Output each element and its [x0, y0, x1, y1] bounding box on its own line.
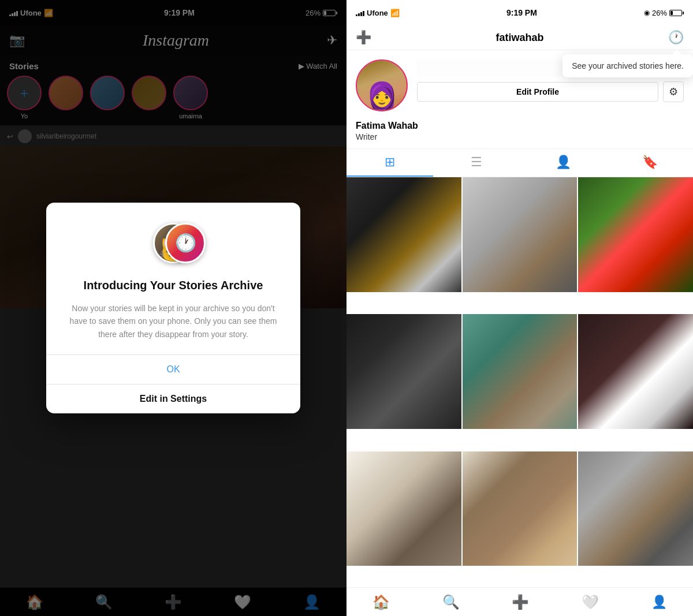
add-follow-button[interactable]: ➕: [356, 30, 371, 45]
profile-username: fatiwahab: [495, 32, 543, 44]
modal-ok-button[interactable]: OK: [46, 355, 300, 384]
archive-button[interactable]: 🕐: [668, 30, 684, 45]
battery-body-right: [669, 10, 682, 16]
modal-settings-button[interactable]: Edit in Settings: [46, 384, 300, 413]
photo-cell-3[interactable]: [578, 177, 693, 292]
gear-icon: ⚙: [669, 85, 678, 98]
list-icon: ☰: [471, 155, 482, 170]
modal-icons: 🐱 🕐: [64, 220, 283, 266]
modal-title: Introducing Your Stories Archive: [64, 278, 283, 293]
right-nav-search[interactable]: 🔍: [442, 594, 460, 610]
rbar2: [358, 13, 360, 16]
right-battery: ◉ 26%: [644, 9, 684, 17]
rbar3: [360, 12, 362, 16]
bookmark-icon: 🔖: [642, 155, 658, 170]
grid-icon: ⊞: [385, 155, 395, 170]
photo-cell-7[interactable]: [346, 451, 461, 566]
right-nav-heart[interactable]: 🤍: [582, 594, 599, 610]
right-battery-percent: 26%: [652, 9, 667, 17]
right-bottom-nav: 🏠 🔍 ➕ 🤍 👤: [346, 587, 693, 616]
location-icon: ◉: [644, 9, 650, 17]
archive-clock-icon: 🕐: [175, 233, 196, 253]
tooltip-arrow: [672, 50, 681, 54]
photo-cell-8[interactable]: [463, 451, 578, 566]
photo-cell-6[interactable]: [578, 314, 693, 429]
profile-face-emoji: 🧕: [362, 83, 402, 110]
profile-avatar: 🧕: [356, 59, 408, 111]
profile-name-section: Fatima Wahab Writer: [346, 121, 693, 148]
battery-icon-right: [669, 10, 684, 16]
battery-cap-right: [683, 12, 684, 14]
edit-settings-row: Edit Profile ⚙: [417, 81, 684, 102]
right-carrier: Ufone 📶: [356, 9, 400, 17]
settings-button[interactable]: ⚙: [663, 81, 684, 102]
signal-bars-right: [356, 9, 364, 16]
wifi-icon-right: 📶: [390, 9, 400, 17]
right-nav-add[interactable]: ➕: [512, 594, 529, 610]
tagged-icon: 👤: [556, 155, 571, 170]
tooltip-text: See your archived stories here.: [572, 61, 684, 70]
photo-cell-4[interactable]: [346, 314, 461, 429]
modal-description: Now your stories will be kept in your ar…: [64, 302, 283, 341]
right-panel: Ufone 📶 9:19 PM ◉ 26% ➕ fatiwahab 🕐 See …: [346, 0, 693, 616]
photo-cell-9[interactable]: [578, 451, 693, 566]
battery-fill-right: [670, 11, 673, 15]
tab-grid[interactable]: ⊞: [346, 149, 433, 177]
tab-list[interactable]: ☰: [433, 149, 520, 177]
profile-tabs: ⊞ ☰ 👤 🔖: [346, 148, 693, 177]
archive-intro-modal: 🐱 🕐 Introducing Your Stories Archive Now…: [46, 203, 300, 413]
photo-cell-2[interactable]: [463, 177, 578, 292]
rbar4: [363, 11, 364, 16]
archive-tooltip: See your archived stories here.: [562, 54, 693, 77]
left-panel: Ufone 📶 9:19 PM 26% 📷 Instagram ✈ Storie…: [0, 0, 346, 616]
profile-avatar-inner: 🧕: [357, 61, 407, 110]
profile-bio: Writer: [356, 132, 684, 141]
photo-cell-5[interactable]: [463, 314, 578, 429]
modal-body: 🐱 🕐 Introducing Your Stories Archive Now…: [46, 203, 300, 341]
right-time: 9:19 PM: [506, 8, 537, 17]
rbar1: [356, 14, 357, 16]
modal-overlay: 🐱 🕐 Introducing Your Stories Archive Now…: [0, 0, 346, 616]
photo-grid: [346, 177, 693, 587]
right-nav-profile[interactable]: 👤: [651, 595, 667, 610]
tab-tagged[interactable]: 👤: [520, 149, 606, 177]
edit-profile-button[interactable]: Edit Profile: [417, 82, 658, 102]
right-nav-home[interactable]: 🏠: [372, 594, 390, 610]
tab-saved[interactable]: 🔖: [606, 149, 693, 177]
profile-full-name: Fatima Wahab: [356, 121, 684, 131]
photo-cell-1[interactable]: [346, 177, 461, 292]
right-status-bar: Ufone 📶 9:19 PM ◉ 26%: [346, 0, 693, 25]
right-carrier-text: Ufone: [367, 9, 388, 17]
right-header: ➕ fatiwahab 🕐 See your archived stories …: [346, 25, 693, 50]
modal-archive-icon: 🕐: [165, 223, 206, 263]
